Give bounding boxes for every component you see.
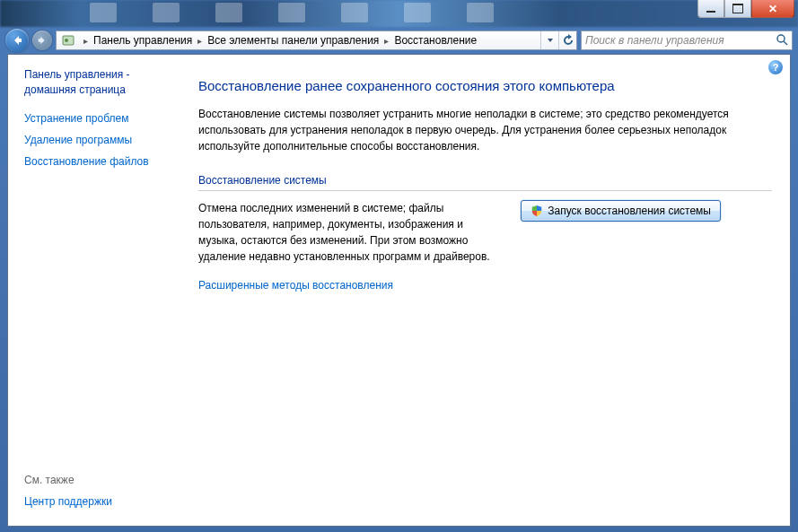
arrow-right-icon [37, 35, 48, 46]
shield-icon [531, 205, 543, 217]
address-dropdown-button[interactable] [540, 31, 558, 49]
window-controls [697, 0, 794, 18]
sidebar: Панель управления - домашняя страница Ус… [8, 55, 188, 526]
svg-point-2 [777, 35, 785, 42]
chevron-right-icon: ▸ [80, 36, 92, 46]
control-panel-icon [60, 33, 76, 48]
desktop-icons-blur [0, 3, 798, 24]
navigation-row: ▸ Панель управления ▸ Все элементы панел… [0, 27, 798, 54]
breadcrumb-control-panel[interactable]: Панель управления [92, 31, 194, 49]
close-button[interactable] [751, 0, 794, 18]
sidebar-item-uninstall[interactable]: Удаление программы [24, 134, 177, 146]
advanced-recovery-link[interactable]: Расширенные методы восстановления [198, 279, 393, 292]
svg-point-1 [65, 39, 68, 42]
search-icon[interactable] [776, 33, 788, 48]
control-panel-home-link[interactable]: Панель управления - домашняя страница [24, 67, 177, 98]
section-heading: Восстановление системы [198, 174, 772, 191]
address-bar[interactable]: ▸ Панель управления ▸ Все элементы панел… [56, 31, 577, 50]
action-center-link[interactable]: Центр поддержки [24, 495, 177, 508]
chevron-down-icon [547, 37, 554, 44]
content-area: ? Восстановление ранее сохраненного сост… [188, 55, 790, 526]
sidebar-item-file-recovery[interactable]: Восстановление файлов [24, 155, 177, 168]
back-button[interactable] [5, 29, 29, 52]
system-restore-button-label: Запуск восстановления системы [548, 205, 711, 217]
system-restore-button[interactable]: Запуск восстановления системы [521, 200, 721, 222]
refresh-icon [562, 34, 574, 47]
page-description: Восстановление системы позволяет устрани… [198, 106, 755, 154]
system-restore-row: Отмена последних изменений в системе; фа… [198, 200, 772, 265]
help-icon[interactable]: ? [768, 60, 783, 74]
chevron-right-icon: ▸ [381, 36, 392, 46]
svg-line-3 [784, 41, 787, 45]
arrow-left-icon [11, 34, 23, 47]
search-placeholder: Поиск в панели управления [585, 34, 724, 47]
chevron-right-icon: ▸ [194, 36, 206, 46]
main-window: Панель управления - домашняя страница Ус… [7, 54, 791, 527]
see-also-label: См. также [24, 474, 177, 486]
page-title: Восстановление ранее сохраненного состоя… [198, 78, 772, 93]
system-restore-description: Отмена последних изменений в системе; фа… [198, 200, 495, 265]
search-input[interactable]: Поиск в панели управления [581, 31, 793, 50]
forward-button[interactable] [32, 31, 52, 50]
maximize-button[interactable] [724, 0, 751, 18]
breadcrumb-all-items[interactable]: Все элементы панели управления [206, 31, 381, 49]
sidebar-item-troubleshoot[interactable]: Устранение проблем [24, 112, 177, 125]
minimize-button[interactable] [697, 0, 724, 18]
breadcrumb-recovery[interactable]: Восстановление [392, 31, 478, 49]
refresh-button[interactable] [558, 31, 576, 49]
